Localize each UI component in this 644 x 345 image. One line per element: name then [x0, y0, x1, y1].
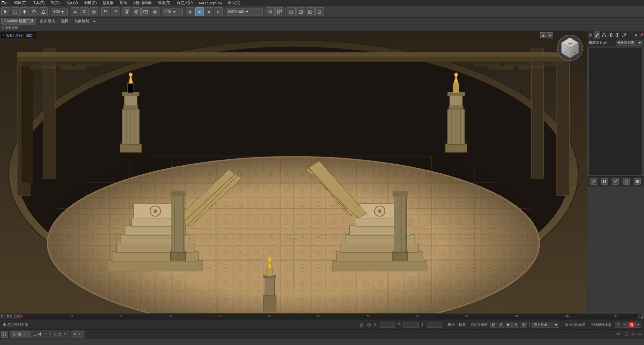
prev-key-btn[interactable] [490, 322, 497, 328]
modifier-pause-btn[interactable] [601, 178, 608, 185]
percent-snap-btn[interactable]: % [205, 7, 213, 16]
selection-filter-dropdown[interactable]: 选择过滤器 [226, 8, 263, 15]
render-btn[interactable] [151, 7, 159, 16]
mode-dropdown[interactable]: 全部 [51, 8, 68, 15]
environment-btn[interactable] [315, 7, 324, 16]
next-frame-btn[interactable] [512, 322, 519, 328]
menu-group[interactable]: 组(G) [49, 0, 61, 5]
open-file-btn[interactable] [287, 7, 296, 16]
right-tab-modify[interactable] [594, 31, 601, 39]
menu-tools[interactable]: 工具(T) [31, 0, 46, 5]
modifier-check-btn[interactable] [612, 178, 619, 185]
y-input[interactable] [403, 322, 419, 328]
link-btn[interactable] [71, 7, 79, 16]
x-input[interactable] [380, 322, 395, 328]
modifier-list[interactable] [588, 48, 643, 175]
graphite-label[interactable]: Graphite 建模工具 [1, 18, 36, 25]
scale-tool-btn[interactable] [39, 7, 48, 16]
viewport-minimize-btn[interactable]: ▣ [540, 32, 546, 38]
undo-btn[interactable] [101, 7, 110, 16]
right-panel-pin-btn[interactable]: 📌 [639, 31, 644, 39]
svg-rect-0 [13, 10, 17, 13]
coords-edit-btn[interactable] [367, 322, 371, 327]
menu-maxscript[interactable]: MAXScript(M) [198, 1, 223, 5]
timeline-track[interactable]: 0 10 20 30 40 50 60 70 80 90 100 110 120 [20, 314, 639, 319]
save-file-btn[interactable] [296, 7, 305, 16]
right-panel-options-btn[interactable]: ⚙ [633, 31, 639, 39]
right-tab-motion[interactable] [607, 31, 614, 39]
modifier-dropdown[interactable]: 修改器列表 [616, 40, 643, 46]
modifier-pin-active-btn[interactable] [591, 178, 597, 185]
menu-graph-editor[interactable]: 图形编辑器 [132, 0, 153, 5]
nav-cube[interactable]: TOP 前 右 [557, 34, 583, 61]
bind-spacewarp-btn[interactable] [90, 7, 98, 16]
key-filter-label[interactable]: 关键帧过滤器 [591, 322, 611, 327]
redo-btn[interactable] [111, 7, 119, 16]
unlink-btn[interactable] [80, 7, 89, 16]
menu-render[interactable]: 渲染(R) [156, 0, 172, 5]
menu-animation[interactable]: 动画 [118, 0, 129, 5]
material-editor-btn[interactable] [132, 7, 141, 16]
bottom-tab-material[interactable]: 材 ✕ [30, 331, 50, 338]
more-icon[interactable] [637, 332, 643, 337]
bottom-tab-perspective[interactable]: 透 ✕ [10, 331, 30, 338]
timeline-controls: 0 / 100 0 10 20 30 40 50 60 70 80 90 [0, 313, 644, 320]
bottom-tab-light[interactable]: 灯 ✕ [50, 331, 70, 338]
angle-snap-btn[interactable]: ∠ [195, 7, 204, 16]
menu-view[interactable]: 视图(V) [65, 0, 80, 5]
lock-btn[interactable] [359, 322, 364, 327]
snap-toggle-btn[interactable] [186, 7, 194, 16]
thumbnail-view-btn[interactable] [1, 331, 8, 338]
tab-2-close[interactable]: ✕ [43, 332, 47, 336]
modifier-settings-btn[interactable] [634, 178, 641, 185]
menu-modifier[interactable]: 修改器 [101, 0, 115, 5]
selection-filter-status-dropdown[interactable]: 选定对象 [532, 322, 559, 328]
tab-3-close[interactable]: ✕ [63, 332, 67, 336]
add-time-tag-label[interactable]: 添加时间标记 [565, 322, 585, 327]
object-paint-label[interactable]: 对象绘制 [72, 18, 91, 25]
render-setup-btn[interactable] [141, 7, 150, 16]
menu-edit[interactable]: 编辑(E) [13, 0, 28, 5]
svg-rect-21 [278, 12, 279, 14]
prev-frame-btn[interactable] [498, 322, 504, 328]
viewport-fullscreen-btn[interactable]: ⊞ [547, 32, 553, 38]
settings-icon[interactable] [631, 332, 636, 337]
z-input[interactable] [427, 322, 442, 328]
tab-1-close[interactable]: ✕ [23, 332, 27, 336]
mirror-btn[interactable] [266, 7, 275, 16]
render-frame-btn[interactable] [306, 7, 315, 16]
tab-4-close[interactable]: ✕ [77, 332, 81, 336]
timeline-left-arrow[interactable] [16, 314, 19, 319]
selection-label[interactable]: 选择 [59, 18, 70, 25]
status-icon-1[interactable] [615, 322, 621, 328]
status-icon-2[interactable] [622, 322, 628, 328]
auto-key-btn[interactable]: 自 [629, 322, 635, 328]
select-tool-btn[interactable] [1, 7, 10, 16]
freeform-label[interactable]: 自由形式 [38, 18, 57, 25]
lang-btn[interactable]: 中 [616, 332, 620, 337]
play-btn[interactable] [505, 322, 512, 328]
menu-customize[interactable]: 自定义(U) [175, 0, 194, 5]
svg-point-26 [309, 11, 311, 13]
right-tab-hierarchy[interactable] [601, 31, 607, 39]
right-tab-create[interactable] [587, 31, 594, 39]
schematic-view-btn[interactable] [122, 7, 131, 16]
array-btn[interactable] [275, 7, 284, 16]
right-tab-utilities[interactable] [621, 31, 628, 39]
move-tool-btn[interactable] [20, 7, 29, 16]
select-region-btn[interactable] [11, 7, 20, 16]
menu-help[interactable]: 帮助(H) [226, 0, 242, 5]
next-key-btn[interactable] [520, 322, 527, 328]
viewport[interactable]: + 透视 | 真实 + 边面 | [0, 31, 587, 313]
bottom-tab-close-extra[interactable]: X ✕ [71, 331, 84, 338]
render-dropdown[interactable]: 渲染 [163, 8, 183, 15]
no-selection-text: 未选定任何对象 [3, 322, 29, 327]
set-key-btn[interactable]: ● [635, 322, 641, 328]
menu-create[interactable]: 创建(C) [83, 0, 98, 5]
spinner-snap-btn[interactable]: ⊕ [214, 7, 223, 16]
right-tab-display[interactable] [614, 31, 621, 39]
help-icon[interactable]: ? [624, 332, 629, 337]
modifier-lock-btn[interactable] [623, 178, 630, 185]
rotate-tool-btn[interactable] [30, 7, 38, 16]
timeline-right-arrow[interactable] [640, 314, 643, 319]
